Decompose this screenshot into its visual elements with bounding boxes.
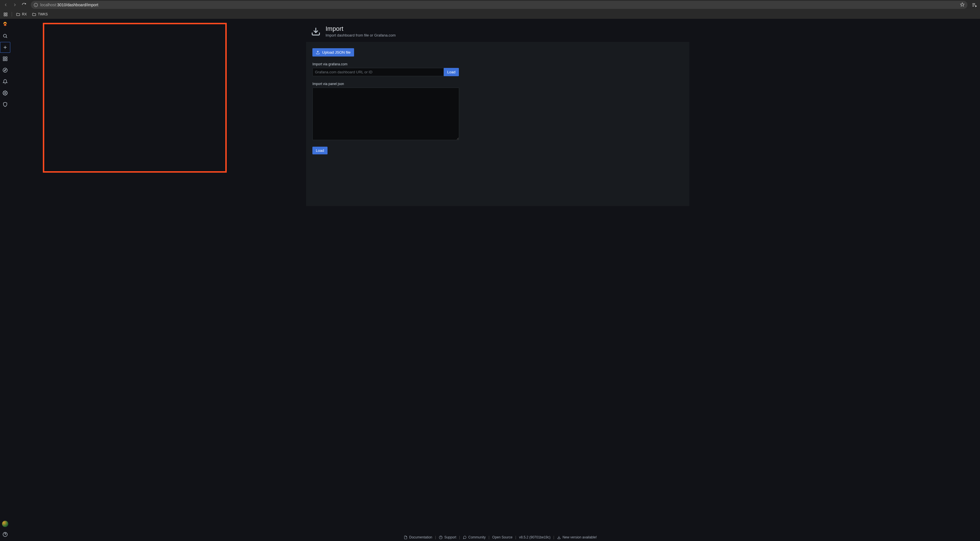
sidebar-configuration[interactable]: [0, 87, 10, 99]
bookmark-rx[interactable]: RX: [15, 12, 28, 17]
panel-json-label: Import via panel json: [312, 82, 683, 86]
import-panel: Upload JSON file Import via grafana.com …: [306, 42, 689, 206]
svg-marker-3: [960, 3, 964, 6]
grafana-com-label: Import via grafana.com: [312, 62, 683, 66]
page-subtitle: Import dashboard from file or Grafana.co…: [326, 33, 396, 37]
site-info-icon[interactable]: [34, 3, 38, 7]
grafana-com-input[interactable]: [312, 68, 444, 76]
app-root: Import Import dashboard from file or Gra…: [0, 19, 980, 541]
footer: Documentation | Support | Community | Op…: [21, 535, 980, 539]
sidebar-explore[interactable]: [0, 65, 10, 76]
load-json-button[interactable]: Load: [312, 147, 328, 154]
footer-support[interactable]: Support: [439, 535, 456, 539]
bookmark-label: TWKS: [38, 12, 48, 16]
url-text: localhost:3010/dashboard/import: [40, 3, 98, 7]
svg-rect-6: [4, 14, 5, 16]
load-grafana-button[interactable]: Load: [444, 68, 459, 76]
footer-version: v8.5.2 (90701be19c): [519, 535, 550, 539]
apps-icon[interactable]: [2, 12, 9, 17]
svg-rect-15: [6, 59, 7, 61]
divider: [12, 12, 12, 17]
import-icon: [311, 26, 321, 36]
footer-new-version[interactable]: New version available!: [557, 535, 597, 539]
svg-rect-14: [3, 59, 5, 61]
sidebar-help[interactable]: [0, 530, 10, 539]
footer-community[interactable]: Community: [463, 535, 486, 539]
reload-button[interactable]: [20, 1, 28, 9]
main-content: Import Import dashboard from file or Gra…: [10, 19, 980, 541]
svg-rect-12: [3, 57, 5, 58]
bookmark-twks[interactable]: TWKS: [31, 12, 49, 17]
page-header: Import Import dashboard from file or Gra…: [301, 19, 689, 42]
svg-point-16: [3, 68, 8, 73]
bookmarks-bar: RX TWKS: [0, 10, 980, 19]
omnibox[interactable]: localhost:3010/dashboard/import: [31, 1, 967, 9]
svg-point-8: [3, 34, 6, 37]
load-label: Load: [316, 148, 324, 153]
upload-json-label: Upload JSON file: [322, 50, 351, 54]
sidebar-search[interactable]: [0, 30, 10, 42]
footer-open-source[interactable]: Open Source: [492, 535, 512, 539]
svg-rect-5: [6, 13, 7, 14]
browser-chrome: localhost:3010/dashboard/import RX TWKS: [0, 0, 980, 19]
svg-rect-13: [6, 57, 7, 58]
forward-button[interactable]: [11, 1, 19, 9]
sidebar-dashboards[interactable]: [0, 53, 10, 65]
upload-json-button[interactable]: Upload JSON file: [312, 48, 354, 57]
sidebar-create[interactable]: [0, 42, 10, 53]
sidebar-admin[interactable]: [0, 99, 10, 110]
media-control-icon[interactable]: [970, 1, 978, 9]
back-button[interactable]: [2, 1, 10, 9]
sidebar-alerting[interactable]: [0, 76, 10, 87]
svg-point-18: [5, 92, 6, 94]
bookmark-label: RX: [22, 12, 27, 16]
grafana-logo[interactable]: [0, 19, 10, 30]
svg-rect-7: [6, 14, 7, 16]
page-title: Import: [326, 25, 396, 33]
user-avatar[interactable]: [0, 520, 10, 528]
svg-line-9: [6, 37, 7, 38]
bookmark-star-icon[interactable]: [960, 2, 964, 8]
annotation-highlight: [43, 23, 227, 173]
sidebar: [0, 19, 10, 541]
svg-marker-17: [4, 69, 6, 71]
browser-toolbar: localhost:3010/dashboard/import: [0, 0, 980, 10]
svg-rect-4: [4, 13, 5, 14]
panel-json-textarea[interactable]: [312, 87, 459, 140]
load-label: Load: [447, 70, 455, 74]
footer-documentation[interactable]: Documentation: [404, 535, 432, 539]
